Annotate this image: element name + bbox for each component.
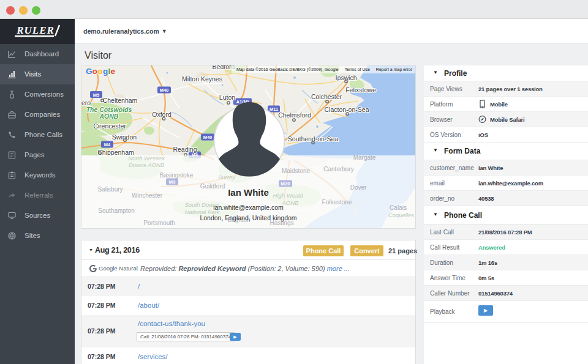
svg-text:Downs AONB: Downs AONB [129,162,165,168]
svg-text:Maidstone: Maidstone [282,168,311,174]
svg-text:North Wessex: North Wessex [128,155,165,162]
svg-text:Margate: Margate [353,154,376,161]
svg-text:RULER: RULER [16,24,55,36]
svg-text:M20: M20 [281,181,290,187]
svg-text:Canterbury: Canterbury [323,166,353,173]
svg-text:Basingstoke: Basingstoke [160,172,194,179]
svg-text:M3: M3 [168,179,176,185]
